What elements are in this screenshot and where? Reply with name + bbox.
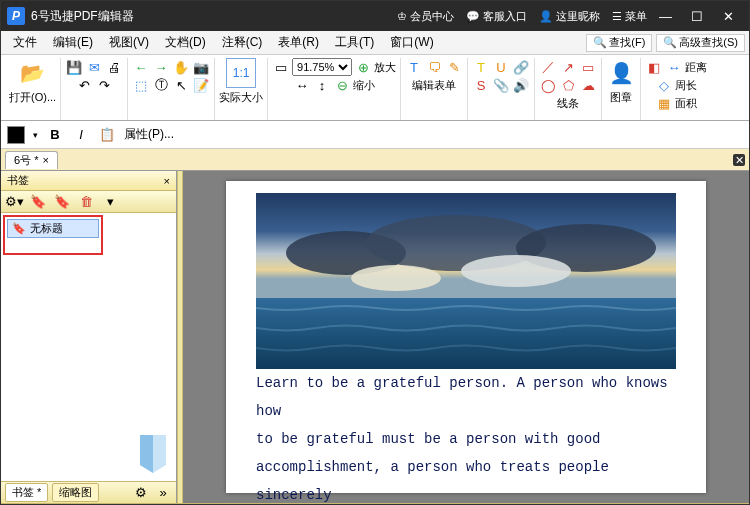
sidebar-tabs: 书签 * 缩略图 ⚙ » xyxy=(1,481,176,503)
select-icon[interactable]: ⬚ xyxy=(132,76,150,94)
bookmark-del-icon[interactable]: 🗑 xyxy=(77,193,95,211)
area-icon[interactable]: ▦ xyxy=(655,94,673,112)
bookmark-options-icon[interactable]: ⚙▾ xyxy=(5,193,23,211)
prev-icon[interactable]: ← xyxy=(132,58,150,76)
work-area: 书签× ⚙▾ 🔖 🔖 🗑 ▾ 🔖 书签 * 缩略图 ⚙ » xyxy=(1,171,749,503)
bold-button[interactable]: B xyxy=(46,126,64,144)
edit-text-icon[interactable]: 📝 xyxy=(192,76,210,94)
arrow-shape-icon[interactable]: ↗ xyxy=(559,58,577,76)
fit-height-icon[interactable]: ↕ xyxy=(313,76,331,94)
sidebar-tab-bookmark[interactable]: 书签 * xyxy=(5,483,48,502)
line-shape-icon[interactable]: ／ xyxy=(539,58,557,76)
menu-document[interactable]: 文档(D) xyxy=(157,34,214,51)
mail-icon[interactable]: ✉ xyxy=(85,58,103,76)
undo-icon[interactable]: ↶ xyxy=(75,76,93,94)
snapshot-icon[interactable]: 📷 xyxy=(192,58,210,76)
fit-page-icon[interactable]: ▭ xyxy=(272,58,290,76)
text-box-icon[interactable]: T xyxy=(405,58,423,76)
advanced-find-button[interactable]: 🔍 高级查找(S) xyxy=(656,34,745,52)
distance-icon[interactable]: ↔ xyxy=(665,58,683,76)
member-center-link[interactable]: ♔ 会员中心 xyxy=(397,9,454,24)
zoom-out-icon[interactable]: ⊖ xyxy=(333,76,351,94)
perimeter-icon[interactable]: ◇ xyxy=(655,76,673,94)
doc-tab[interactable]: 6号 * × xyxy=(5,151,58,169)
fit-width-icon[interactable]: ↔ xyxy=(293,76,311,94)
svg-rect-6 xyxy=(256,298,676,369)
sidebar-settings-icon[interactable]: ⚙ xyxy=(132,484,150,502)
redo-icon[interactable]: ↷ xyxy=(95,76,113,94)
bookmark-more-icon[interactable]: ▾ xyxy=(101,193,119,211)
strikeout-icon[interactable]: S xyxy=(472,76,490,94)
actual-size-label: 实际大小 xyxy=(219,90,263,105)
pencil-icon[interactable]: ✎ xyxy=(445,58,463,76)
format-bar: ▾ B I 📋 属性(P)... xyxy=(1,121,749,149)
attach-icon[interactable]: 📎 xyxy=(492,76,510,94)
doc-line-1: Learn to be a grateful person. A person … xyxy=(256,369,676,425)
sidebar-title: 书签× xyxy=(1,171,176,191)
eraser-icon[interactable]: ◧ xyxy=(645,58,663,76)
nickname-link[interactable]: 👤 这里昵称 xyxy=(539,9,600,24)
document-image xyxy=(256,193,676,369)
cursor-icon[interactable]: ↖ xyxy=(172,76,190,94)
text-select-icon[interactable]: Ⓣ xyxy=(152,76,170,94)
menu-window[interactable]: 窗口(W) xyxy=(382,34,441,51)
edit-form-label[interactable]: 编辑表单 xyxy=(412,78,456,93)
italic-button[interactable]: I xyxy=(72,126,90,144)
polygon-shape-icon[interactable]: ⬠ xyxy=(559,76,577,94)
zoom-in-icon[interactable]: ⊕ xyxy=(354,58,372,76)
lines-label: 线条 xyxy=(557,96,579,111)
zoom-select[interactable]: 91.75% xyxy=(292,58,352,76)
print-icon[interactable]: 🖨 xyxy=(105,58,123,76)
find-button[interactable]: 🔍 查找(F) xyxy=(586,34,652,52)
page-canvas[interactable]: Learn to be a grateful person. A person … xyxy=(183,171,749,503)
rect-shape-icon[interactable]: ▭ xyxy=(579,58,597,76)
page-area: Learn to be a grateful person. A person … xyxy=(183,171,749,503)
ribbon-toolbar: 📂 打开(O)... 💾 ✉ 🖨 ↶ ↷ ← → ✋ 📷 ⬚ Ⓣ ↖ 📝 1:1… xyxy=(1,55,749,121)
next-icon[interactable]: → xyxy=(152,58,170,76)
support-link[interactable]: 💬 客服入口 xyxy=(466,9,527,24)
cloud-shape-icon[interactable]: ☁ xyxy=(579,76,597,94)
tabs-close-button[interactable]: ✕ xyxy=(733,154,745,166)
bookmark-add-icon[interactable]: 🔖 xyxy=(29,193,47,211)
document-tabs: 6号 * × ✕ xyxy=(1,149,749,171)
doc-line-3: accomplishment, a person who treats peop… xyxy=(256,453,676,503)
sidebar-expand-icon[interactable]: » xyxy=(154,484,172,502)
bookmark-item[interactable]: 🔖 xyxy=(7,219,99,238)
bookmark-icon: 🔖 xyxy=(12,222,26,235)
page-sheet: Learn to be a grateful person. A person … xyxy=(226,181,706,493)
maximize-button[interactable]: ☐ xyxy=(691,9,711,24)
sidebar-tab-thumbnail[interactable]: 缩略图 xyxy=(52,483,99,502)
menu-file[interactable]: 文件 xyxy=(5,34,45,51)
stamp-icon[interactable]: 👤 xyxy=(606,58,636,88)
open-icon[interactable]: 📂 xyxy=(18,58,48,88)
menu-comment[interactable]: 注释(C) xyxy=(214,34,271,51)
minimize-button[interactable]: — xyxy=(659,9,679,24)
tab-close-icon[interactable]: × xyxy=(42,154,48,166)
link-icon[interactable]: 🔗 xyxy=(512,58,530,76)
color-swatch[interactable] xyxy=(7,126,25,144)
save-icon[interactable]: 💾 xyxy=(65,58,83,76)
app-logo: P xyxy=(7,7,25,25)
app-menu-link[interactable]: ☰ 菜单 xyxy=(612,9,647,24)
bookmark-add2-icon[interactable]: 🔖 xyxy=(53,193,71,211)
sidebar-close-icon[interactable]: × xyxy=(164,175,170,187)
highlight-icon[interactable]: T xyxy=(472,58,490,76)
open-label: 打开(O)... xyxy=(9,90,56,105)
menu-tools[interactable]: 工具(T) xyxy=(327,34,382,51)
sidebar-toolbar: ⚙▾ 🔖 🔖 🗑 ▾ xyxy=(1,191,176,213)
menu-bar: 文件 编辑(E) 视图(V) 文档(D) 注释(C) 表单(R) 工具(T) 窗… xyxy=(1,31,749,55)
menu-form[interactable]: 表单(R) xyxy=(270,34,327,51)
watermark-icon xyxy=(136,433,170,475)
underline-icon[interactable]: U xyxy=(492,58,510,76)
hand-icon[interactable]: ✋ xyxy=(172,58,190,76)
close-button[interactable]: ✕ xyxy=(723,9,743,24)
note-icon[interactable]: 🗨 xyxy=(425,58,443,76)
properties-label[interactable]: 属性(P)... xyxy=(124,126,174,143)
bookmark-name-input[interactable] xyxy=(30,223,86,235)
menu-view[interactable]: 视图(V) xyxy=(101,34,157,51)
menu-edit[interactable]: 编辑(E) xyxy=(45,34,101,51)
properties-icon[interactable]: 📋 xyxy=(98,126,116,144)
oval-shape-icon[interactable]: ◯ xyxy=(539,76,557,94)
actual-size-icon[interactable]: 1:1 xyxy=(226,58,256,88)
sound-icon[interactable]: 🔊 xyxy=(512,76,530,94)
